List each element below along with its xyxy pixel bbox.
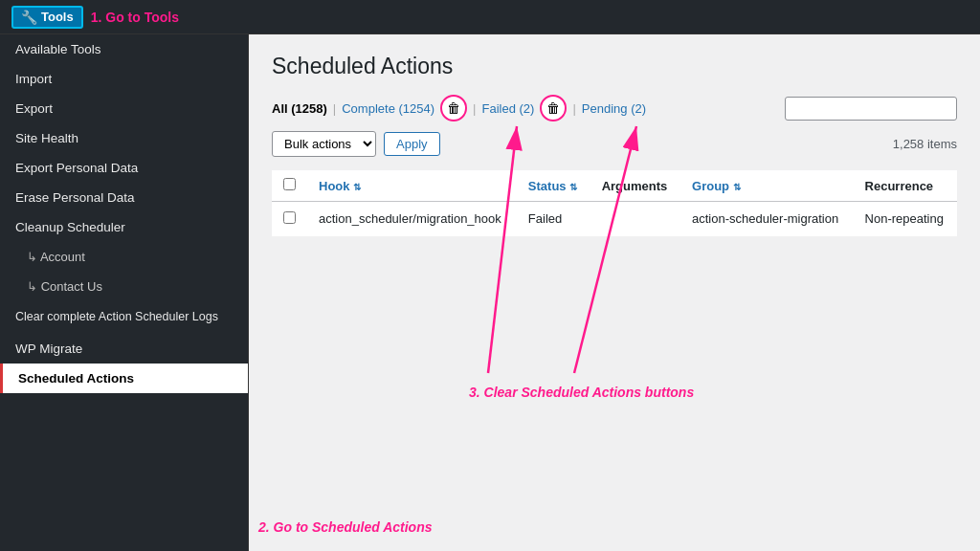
wrench-icon: 🔧 [21,10,37,25]
trash-complete-button[interactable]: 🗑 [440,95,467,121]
sidebar-item-clear-logs[interactable]: Clear complete Action Scheduler Logs [0,301,248,334]
row-checkbox-cell [272,202,307,237]
row-hook: action_scheduler/migration_hook [307,202,517,237]
apply-button[interactable]: Apply [384,132,440,156]
sidebar-item-account[interactable]: Account [0,242,248,272]
filter-all[interactable]: All (1258) [272,101,327,116]
filter-complete[interactable]: Complete (1254) [342,101,434,116]
bulk-actions-select[interactable]: Bulk actions [272,131,376,157]
sidebar-item-contact-us[interactable]: Contact Us [0,272,248,301]
table-header-row: Hook ⇅ Status ⇅ Arguments Gr [272,170,957,202]
search-input[interactable] [785,97,957,121]
col-hook[interactable]: Hook ⇅ [307,170,517,202]
row-status: Failed [517,202,590,237]
scheduled-actions-table: Hook ⇅ Status ⇅ Arguments Gr [272,170,957,237]
step1-label: 1. Go to Tools [91,10,179,25]
tools-badge[interactable]: 🔧 Tools [11,6,83,29]
sidebar-item-scheduled-actions[interactable]: Scheduled Actions [0,364,248,393]
sidebar-item-available-tools[interactable]: Available Tools [0,34,248,64]
sidebar-item-cleanup-scheduler[interactable]: Cleanup Scheduler [0,212,248,242]
main-layout: Available Tools Import Export Site Healt… [0,34,980,551]
status-sort-icon: ⇅ [569,182,577,192]
sidebar: Available Tools Import Export Site Healt… [0,34,249,551]
col-recurrence: Recurrence [854,170,957,202]
sidebar-item-export[interactable]: Export [0,94,248,123]
items-count: 1,258 items [893,137,957,151]
select-all-checkbox-col [272,170,307,202]
row-checkbox[interactable] [283,211,296,224]
sidebar-item-import[interactable]: Import [0,64,248,94]
hook-sort-icon: ⇅ [353,182,361,192]
filter-failed[interactable]: Failed (2) [481,101,534,116]
row-arguments [590,202,680,237]
row-group: action-scheduler-migration [680,202,854,237]
sidebar-item-erase-personal[interactable]: Erase Personal Data [0,183,248,212]
group-sort-icon: ⇅ [733,182,741,192]
sidebar-item-wp-migrate[interactable]: WP Migrate [0,334,248,364]
sidebar-item-export-personal[interactable]: Export Personal Data [0,153,248,183]
col-status[interactable]: Status ⇅ [517,170,590,202]
table-row: action_scheduler/migration_hook Failed a… [272,202,957,237]
sidebar-item-site-health[interactable]: Site Health [0,123,248,153]
col-group[interactable]: Group ⇅ [680,170,854,202]
top-bar: 🔧 Tools 1. Go to Tools [0,0,980,34]
trash-failed-button[interactable]: 🗑 [540,95,567,121]
select-all-checkbox[interactable] [283,178,296,190]
row-recurrence: Non-repeating [854,202,957,237]
col-arguments: Arguments [590,170,680,202]
filter-pending[interactable]: Pending (2) [582,101,646,116]
page-title: Scheduled Actions [272,54,957,79]
filter-row: All (1258) | Complete (1254) 🗑 | Failed … [272,95,957,121]
content-area: Scheduled Actions All (1258) | Complete … [249,34,980,551]
tools-label: Tools [41,10,74,24]
bulk-row: Bulk actions Apply 1,258 items [272,131,957,157]
